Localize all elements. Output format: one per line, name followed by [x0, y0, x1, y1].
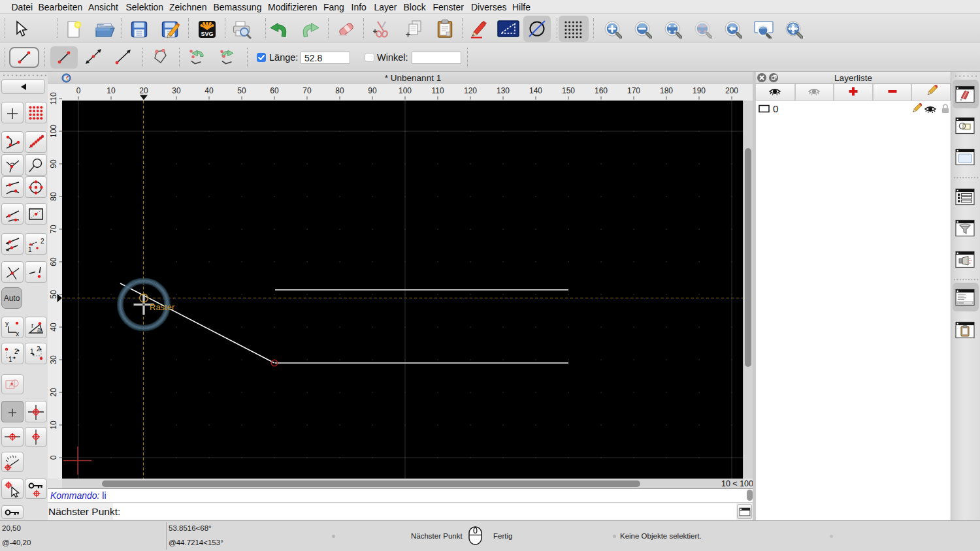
svg-text:110: 110 — [49, 92, 58, 104]
svg-text:100: 100 — [49, 125, 58, 138]
svg-text:Raster: Raster — [150, 302, 175, 312]
svg-text:100: 100 — [399, 86, 412, 95]
svg-text:50: 50 — [237, 86, 246, 95]
svg-text:70: 70 — [49, 225, 58, 234]
svg-text:20: 20 — [139, 86, 148, 95]
svg-text:2: 2 — [41, 238, 44, 245]
svg-text:2: 2 — [14, 348, 18, 355]
svg-text:x: x — [16, 329, 20, 336]
svg-text:y: y — [5, 319, 9, 327]
svg-text:80: 80 — [335, 86, 344, 95]
svg-text:20: 20 — [49, 388, 58, 397]
svg-text:140: 140 — [529, 86, 542, 95]
svg-text:30: 30 — [49, 355, 58, 364]
svg-text:0: 0 — [76, 86, 81, 95]
svg-text:160: 160 — [595, 86, 608, 95]
svg-text:80: 80 — [49, 192, 58, 201]
svg-text:1: 1 — [28, 246, 32, 253]
svg-text:180: 180 — [660, 86, 673, 95]
svg-text:a: a — [37, 326, 41, 333]
svg-text:150: 150 — [562, 86, 575, 95]
svg-text:200: 200 — [725, 86, 738, 95]
svg-text:30: 30 — [172, 86, 181, 95]
svg-text:60: 60 — [49, 257, 58, 266]
svg-text:120: 120 — [464, 86, 477, 95]
svg-text:SVG: SVG — [201, 31, 213, 37]
svg-text:0: 0 — [49, 455, 58, 460]
svg-text:10: 10 — [49, 420, 58, 430]
svg-text:40: 40 — [49, 323, 58, 332]
svg-text:1: 1 — [8, 356, 12, 362]
svg-text:130: 130 — [497, 86, 510, 95]
svg-text:10: 10 — [106, 86, 116, 95]
svg-text:90: 90 — [368, 86, 377, 95]
svg-text:40: 40 — [204, 86, 214, 95]
svg-text:60: 60 — [270, 86, 279, 95]
svg-text:170: 170 — [627, 86, 640, 95]
svg-text:50: 50 — [49, 290, 58, 299]
svg-text:r: r — [31, 322, 34, 329]
svg-text:110: 110 — [431, 86, 444, 95]
svg-text:70: 70 — [302, 86, 312, 95]
svg-text:90: 90 — [49, 159, 58, 168]
svg-text:190: 190 — [693, 86, 706, 95]
